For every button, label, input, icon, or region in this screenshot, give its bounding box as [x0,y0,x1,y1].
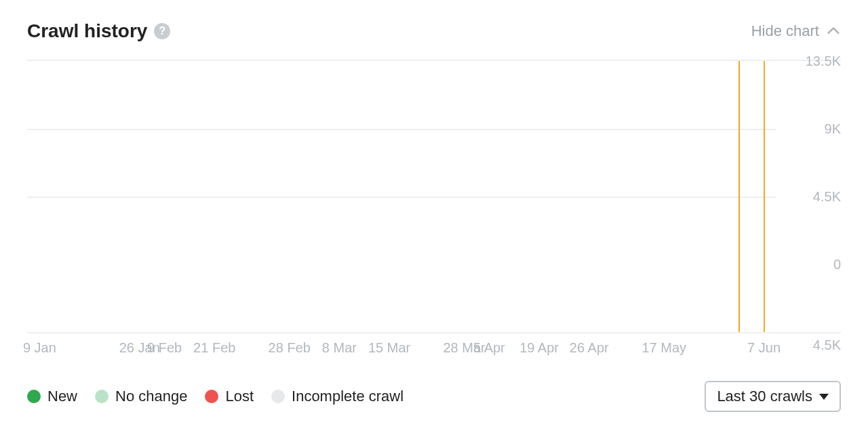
dot-icon [27,390,41,403]
bar-slot[interactable] [452,61,477,332]
bar-slot[interactable] [601,61,627,332]
y-tick-label: 13.5K [806,54,841,69]
bar-slot[interactable] [377,61,402,332]
bar-slot[interactable] [77,61,102,332]
bar-slot[interactable] [102,61,127,332]
bar-slot[interactable] [252,61,277,332]
bar-slot[interactable] [202,61,227,332]
x-tick-label: 8 Mar [322,340,357,356]
y-tick-label: 9K [825,121,841,137]
legend-item-no-change[interactable]: No change [95,388,187,405]
crawl-history-chart[interactable]: 04.5K9K13.5K [27,60,841,333]
x-tick-label: 15 Mar [368,340,410,356]
bar-slot[interactable] [302,61,327,332]
x-tick-label: 17 May [642,340,686,356]
bar-slot[interactable] [27,61,52,332]
bar-slot[interactable] [127,61,152,332]
y-axis-bottom-label: 4.5K [813,337,841,353]
range-selector[interactable]: Last 30 crawls [705,381,841,412]
legend-item-lost[interactable]: Lost [205,388,254,405]
x-tick-label: 9 Feb [147,340,182,356]
chart-legend: New No change Lost Incomplete crawl [27,388,403,405]
hide-chart-label: Hide chart [751,22,819,40]
y-tick-label: 0 [833,257,841,272]
bar-slot[interactable] [401,61,427,332]
bar-slot[interactable] [576,61,601,332]
x-tick-label: 19 Apr [519,340,559,356]
bar-slot[interactable] [502,61,527,332]
bar-slot[interactable] [701,61,726,332]
x-tick-label: 28 Feb [269,340,311,356]
legend-item-new[interactable]: New [27,388,77,405]
chevron-up-icon [826,24,841,39]
hide-chart-toggle[interactable]: Hide chart [751,22,841,40]
bar-slot[interactable] [52,61,77,332]
bar-slot[interactable] [177,61,202,332]
x-tick-label: 21 Feb [193,340,235,356]
y-tick-label: 4.5K [813,189,841,205]
bar-slot[interactable] [527,61,552,332]
bar-slot[interactable] [352,61,377,332]
dot-icon [95,390,108,403]
help-icon[interactable]: ? [154,23,170,39]
caret-down-icon [819,394,829,400]
highlight-line [738,61,740,332]
bar-slot[interactable] [627,61,652,332]
bar-slot[interactable] [152,61,177,332]
x-tick-label: 5 Apr [473,340,505,356]
page-title: Crawl history [27,20,147,42]
highlight-line [764,61,765,332]
bar-slot[interactable] [551,61,576,332]
legend-item-incomplete[interactable]: Incomplete crawl [271,388,403,405]
bar-slot[interactable] [652,61,677,332]
bar-slot[interactable] [227,61,252,332]
bar-slot[interactable] [427,61,452,332]
range-selector-label: Last 30 crawls [717,388,812,405]
dot-icon [271,390,285,403]
bar-slot[interactable] [677,61,702,332]
bar-slot[interactable] [477,61,502,332]
x-tick-label: 9 Jan [23,340,56,356]
dot-icon [205,390,218,403]
x-tick-label: 7 Jun [747,340,781,356]
bar-slot[interactable] [277,61,302,332]
x-tick-label: 26 Apr [570,340,609,356]
bar-slot[interactable] [327,61,352,332]
